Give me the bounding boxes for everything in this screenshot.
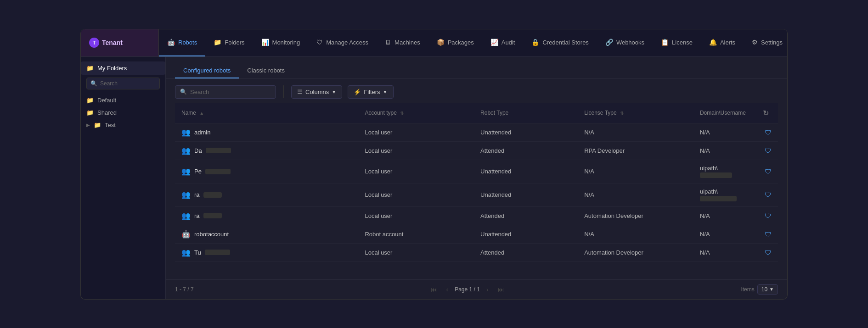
robots-icon: 🤖 [167, 39, 175, 46]
redacted-name [205, 250, 230, 255]
nav-tab-settings[interactable]: ⚙ Settings [744, 29, 788, 56]
nav-tab-manage-access[interactable]: 🛡 Manage Access [308, 29, 377, 56]
table-search-input[interactable] [190, 89, 271, 95]
row-icon: 👥 [181, 167, 191, 176]
top-nav: T Tenant 🤖 Robots📁 Folders📊 Monitoring🛡 … [81, 29, 787, 57]
nav-tab-label: Credential Stores [542, 39, 588, 46]
col-header-account[interactable]: Account type ⇅ [358, 103, 474, 123]
col-header-action[interactable]: ↻ [754, 103, 778, 123]
shield-icon[interactable]: 🛡 [765, 147, 772, 155]
license-icon: 📋 [661, 39, 669, 46]
nav-tab-robots[interactable]: 🤖 Robots [159, 29, 205, 56]
cell-robot-type: Attended [474, 206, 578, 225]
cell-domain-username: N/A [693, 225, 754, 243]
nav-tab-alerts[interactable]: 🔔 Alerts [701, 29, 744, 56]
nav-tab-label: Folders [225, 39, 244, 46]
row-icon: 👥 [181, 128, 191, 137]
nav-tab-credential-stores[interactable]: 🔒 Credential Stores [523, 29, 597, 56]
tenant-badge[interactable]: T Tenant [81, 29, 159, 56]
credential-stores-icon: 🔒 [531, 39, 539, 46]
filters-icon: ⚡ [354, 89, 361, 95]
sub-tab-classic[interactable]: Classic robots [239, 63, 293, 78]
col-header-name[interactable]: Name ▲ [175, 103, 358, 123]
redacted-name [203, 192, 222, 198]
robots-table: Name ▲ Account type ⇅ Robot Type License… [175, 103, 778, 262]
cell-account-type: Local user [358, 160, 474, 183]
cell-name: 👥 ra [175, 206, 358, 225]
main-window: T Tenant 🤖 Robots📁 Folders📊 Monitoring🛡 … [80, 29, 788, 300]
sub-tabs: Configured robotsClassic robots [166, 57, 787, 79]
sidebar-item-test[interactable]: ▶ 📁 Test [81, 119, 165, 131]
cell-actions: 🛡 [754, 123, 778, 141]
shield-icon[interactable]: 🛡 [765, 230, 772, 238]
table-search-box[interactable]: 🔍 [175, 85, 276, 99]
filters-button[interactable]: ⚡ Filters ▼ [348, 85, 393, 99]
nav-tab-license[interactable]: 📋 License [653, 29, 701, 56]
cell-name: 👥 admin [175, 123, 358, 141]
folder-icon: 📁 [86, 65, 94, 72]
cell-domain-username: uipath\ [693, 183, 754, 206]
cell-domain-username: N/A [693, 123, 754, 141]
nav-tab-audit[interactable]: 📈 Audit [482, 29, 524, 56]
next-page-button[interactable]: › [484, 284, 491, 295]
items-dropdown[interactable]: 10 ▼ [757, 284, 778, 295]
sidebar: 📁 My Folders 🔍 📁 Default 📁 Shared ▶ 📁 Te… [81, 57, 166, 299]
row-name: ra [194, 212, 200, 219]
folder-icon: 📁 [86, 109, 94, 116]
search-icon: 🔍 [90, 80, 97, 87]
sidebar-item-shared[interactable]: 📁 Shared [81, 106, 165, 119]
cell-actions: 🛡 [754, 183, 778, 206]
shield-icon[interactable]: 🛡 [765, 167, 772, 175]
sidebar-search-box[interactable]: 🔍 [86, 78, 160, 89]
toolbar-divider [283, 85, 284, 98]
nav-tab-label: Monitoring [272, 39, 300, 46]
shield-icon[interactable]: 🛡 [765, 212, 772, 220]
row-name: Da [194, 147, 202, 154]
shield-icon[interactable]: 🛡 [765, 128, 772, 136]
nav-tab-label: License [672, 39, 693, 46]
table-row: 👥 Da Local user Attended RPA Developer N… [175, 141, 778, 160]
nav-tab-packages[interactable]: 📦 Packages [428, 29, 482, 56]
shield-icon[interactable]: 🛡 [765, 249, 772, 256]
sidebar-item-default[interactable]: 📁 Default [81, 94, 165, 106]
sub-tab-configured[interactable]: Configured robots [175, 63, 239, 78]
last-page-button[interactable]: ⏭ [495, 284, 507, 295]
cell-name: 🤖 robotaccount [175, 225, 358, 243]
row-icon: 👥 [181, 190, 191, 199]
machines-icon: 🖥 [385, 39, 391, 46]
folders-icon: 📁 [214, 39, 221, 46]
nav-tab-monitoring[interactable]: 📊 Monitoring [253, 29, 309, 56]
table-row: 👥 Pe Local user Unattended N/A uipath\ 🛡 [175, 160, 778, 183]
refresh-button[interactable]: ↻ [760, 108, 772, 118]
table-wrap: Name ▲ Account type ⇅ Robot Type License… [166, 103, 787, 279]
sidebar-item-my-folders[interactable]: 📁 My Folders [81, 61, 165, 75]
cell-license-type: RPA Developer [578, 141, 693, 160]
nav-tab-machines[interactable]: 🖥 Machines [377, 29, 428, 56]
cell-robot-type: Unattended [474, 225, 578, 243]
row-icon: 👥 [181, 248, 191, 257]
cell-account-type: Local user [358, 141, 474, 160]
webhooks-icon: 🔗 [605, 39, 613, 46]
cell-robot-type: Attended [474, 141, 578, 160]
shield-icon[interactable]: 🛡 [765, 191, 772, 199]
first-page-button[interactable]: ⏮ [428, 284, 440, 295]
chevron-down-icon: ▼ [769, 287, 774, 292]
nav-tab-label: Packages [448, 39, 474, 46]
columns-button[interactable]: ☰ Columns ▼ [291, 85, 342, 99]
cell-account-type: Robot account [358, 225, 474, 243]
sidebar-search-input[interactable] [100, 80, 156, 87]
prev-page-button[interactable]: ‹ [444, 284, 451, 295]
items-label: Items [741, 286, 754, 293]
cell-actions: 🛡 [754, 206, 778, 225]
nav-tab-webhooks[interactable]: 🔗 Webhooks [597, 29, 653, 56]
table-row: 👥 ra Local user Attended Automation Deve… [175, 206, 778, 225]
monitoring-icon: 📊 [261, 39, 269, 46]
cell-name: 👥 Tu [175, 243, 358, 261]
nav-tab-folders[interactable]: 📁 Folders [205, 29, 253, 56]
col-header-license[interactable]: License Type ⇅ [578, 103, 693, 123]
redacted-name [206, 148, 231, 153]
audit-icon: 📈 [490, 39, 498, 46]
nav-tab-label: Robots [178, 39, 197, 46]
row-name: robotaccount [194, 231, 229, 238]
cell-license-type: Automation Developer [578, 206, 693, 225]
